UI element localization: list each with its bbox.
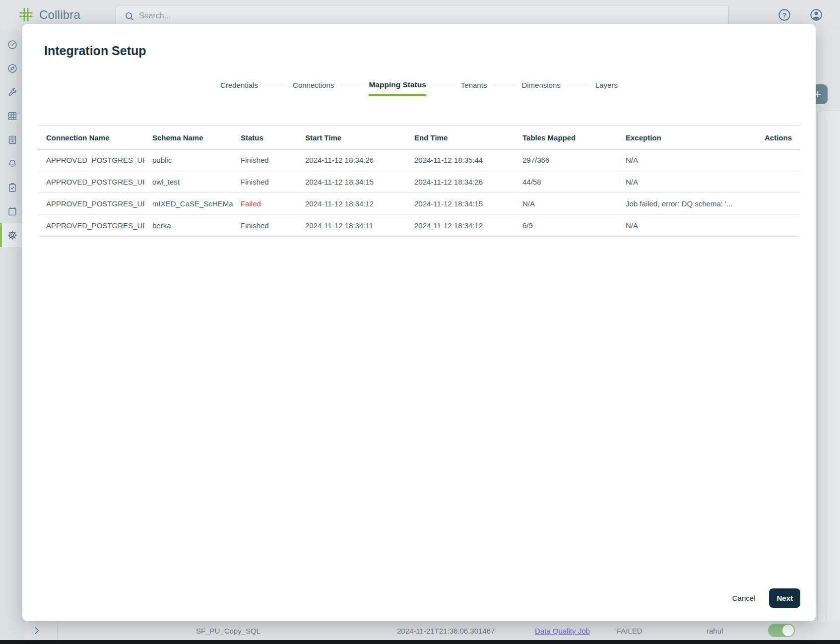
sidebar-item-reports[interactable]: [0, 128, 25, 152]
schema-cell: berka: [144, 215, 233, 237]
connection-cell: APPROVED_POSTGRES_UP: [38, 193, 144, 215]
tables-mapped-cell: 44/58: [515, 171, 618, 193]
cancel-button[interactable]: Cancel: [732, 594, 756, 602]
search-input[interactable]: [116, 5, 728, 26]
job-name: SF_PU_Copy_SQL: [196, 627, 260, 635]
col-schema-name: Schema Name: [144, 126, 233, 149]
col-end-time: End Time: [406, 126, 515, 149]
tab-connections[interactable]: Connections: [293, 81, 334, 89]
job-toggle[interactable]: [768, 624, 795, 637]
reports-document-icon: [7, 134, 18, 145]
col-tables-mapped: Tables Mapped: [515, 126, 618, 149]
end-time-cell: 2024-11-12 18:34:26: [406, 171, 515, 193]
sidebar-item-tools[interactable]: [0, 80, 25, 104]
tab-tenants[interactable]: Tenants: [461, 81, 487, 89]
left-sidebar: [0, 30, 25, 640]
tab-dimensions[interactable]: Dimensions: [521, 81, 560, 89]
end-time-cell: 2024-11-12 18:35:44: [406, 149, 515, 171]
col-connection-name: Connection Name: [38, 126, 144, 149]
schema-cell: mIXED_CaSE_ScHEMa: [144, 193, 233, 215]
tab-mapping-status[interactable]: Mapping Status: [369, 80, 426, 89]
tab-layers[interactable]: Layers: [595, 81, 618, 89]
toggle-knob: [782, 625, 794, 636]
sidebar-item-settings[interactable]: [0, 223, 25, 247]
next-button[interactable]: Next: [769, 588, 800, 608]
background-content-panel: [817, 111, 840, 640]
col-actions: Actions: [750, 126, 800, 149]
search-icon: [124, 11, 135, 22]
table-row: APPROVED_POSTGRES_UP owl_test Finished 2…: [38, 171, 800, 193]
integration-setup-modal: Integration Setup Credentials Connection…: [22, 24, 816, 621]
tables-mapped-cell: 297/366: [515, 149, 618, 171]
status-cell: Finished: [233, 171, 297, 193]
tasks-clipboard-icon: [7, 182, 18, 193]
actions-cell: [750, 215, 800, 237]
connection-cell: APPROVED_POSTGRES_UP: [38, 215, 144, 237]
exception-cell: N/A: [618, 149, 750, 171]
page-title: Integration Setup: [44, 44, 146, 58]
sidebar-item-calendar[interactable]: [0, 199, 25, 223]
col-start-time: Start Time: [297, 126, 406, 149]
col-exception: Exception: [618, 126, 750, 149]
connection-cell: APPROVED_POSTGRES_UP: [38, 171, 144, 193]
explore-compass-icon: [7, 63, 18, 74]
schema-cell: public: [144, 149, 233, 171]
tab-credentials[interactable]: Credentials: [220, 81, 258, 89]
modal-footer: Cancel Next: [732, 588, 800, 608]
help-icon[interactable]: ?: [777, 8, 791, 22]
calendar-icon: [7, 206, 18, 217]
actions-cell: [750, 171, 800, 193]
start-time-cell: 2024-11-12 18:34:11: [297, 215, 406, 237]
exception-cell: N/A: [618, 171, 750, 193]
tables-mapped-cell: N/A: [515, 193, 618, 215]
job-status: FAILED: [617, 627, 643, 635]
notifications-bell-icon: [7, 158, 18, 169]
step-connector: [265, 85, 286, 85]
step-tabs: Credentials Connections Mapping Status T…: [22, 78, 816, 91]
step-connector: [568, 85, 588, 85]
end-time-cell: 2024-11-12 18:34:12: [406, 215, 515, 237]
table-row: APPROVED_POSTGRES_UP public Finished 202…: [38, 149, 800, 171]
job-type-link[interactable]: Data Quality Job: [535, 627, 590, 635]
sidebar-item-catalog[interactable]: [0, 104, 25, 128]
sidebar-item-explore[interactable]: [0, 57, 25, 80]
profile-icon[interactable]: [809, 8, 823, 22]
exception-cell: Job failed, error: DQ schema: '...: [618, 193, 750, 215]
connection-cell: APPROVED_POSTGRES_UP: [38, 149, 144, 171]
job-timestamp: 2024-11-21T21:36:06.301467: [397, 627, 495, 635]
mapping-status-table: Connection Name Schema Name Status Start…: [38, 126, 800, 237]
sidebar-item-notifications[interactable]: [0, 152, 25, 176]
column-divider: [57, 621, 58, 640]
end-time-cell: 2024-11-12 18:34:15: [406, 193, 515, 215]
schema-cell: owl_test: [144, 171, 233, 193]
start-time-cell: 2024-11-12 18:34:12: [297, 193, 406, 215]
bottom-dark-bar: [0, 640, 840, 644]
status-cell: Finished: [233, 149, 297, 171]
start-time-cell: 2024-11-12 18:34:26: [297, 149, 406, 171]
step-connector: [433, 85, 454, 85]
status-cell: Finished: [233, 215, 297, 237]
catalog-grid-icon: [7, 111, 18, 122]
table-row: APPROVED_POSTGRES_UP berka Finished 2024…: [38, 215, 800, 237]
actions-cell: [750, 149, 800, 171]
table-row: APPROVED_POSTGRES_UP mIXED_CaSE_ScHEMa F…: [38, 193, 800, 215]
background-job-row: SF_PU_Copy_SQL 2024-11-21T21:36:06.30146…: [25, 621, 840, 640]
step-connector: [341, 85, 362, 85]
collibra-logo-icon: [18, 6, 35, 23]
job-user: rahul: [707, 627, 723, 635]
col-status: Status: [233, 126, 297, 149]
sidebar-item-tasks[interactable]: [0, 176, 25, 199]
sidebar-item-dashboard[interactable]: [0, 33, 25, 57]
dashboard-gauge-icon: [7, 39, 18, 50]
background-panel-divider: [827, 121, 827, 640]
collibra-logo[interactable]: Collibra: [18, 6, 80, 23]
chevron-right-icon[interactable]: [32, 626, 42, 636]
step-connector: [494, 85, 515, 85]
actions-cell: [750, 193, 800, 215]
tables-mapped-cell: 6/9: [515, 215, 618, 237]
svg-text:?: ?: [782, 11, 786, 19]
table-header-row: Connection Name Schema Name Status Start…: [38, 126, 800, 149]
tools-wrench-icon: [7, 87, 18, 98]
brand-name: Collibra: [39, 8, 80, 22]
status-cell: Failed: [233, 193, 297, 215]
